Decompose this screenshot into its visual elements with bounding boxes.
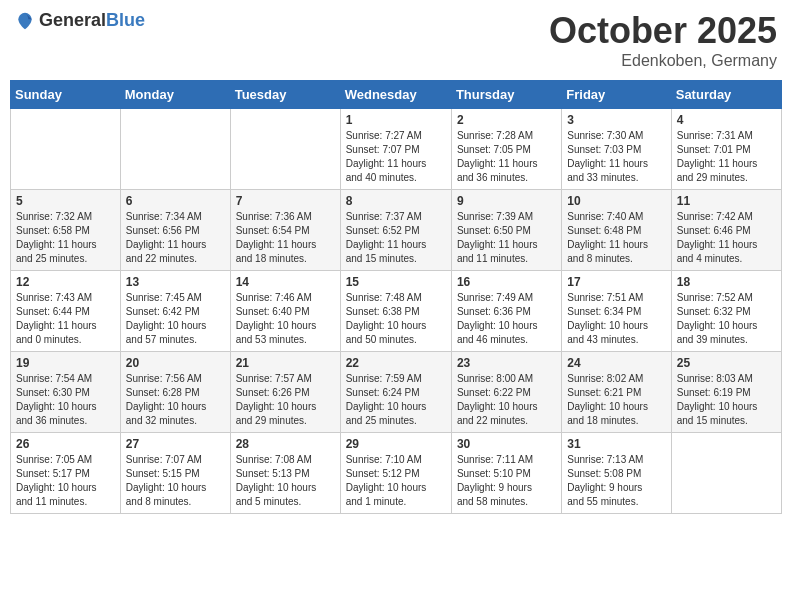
day-number: 11 (677, 194, 776, 208)
calendar-cell: 17Sunrise: 7:51 AM Sunset: 6:34 PM Dayli… (562, 271, 671, 352)
calendar-cell: 29Sunrise: 7:10 AM Sunset: 5:12 PM Dayli… (340, 433, 451, 514)
calendar-cell: 31Sunrise: 7:13 AM Sunset: 5:08 PM Dayli… (562, 433, 671, 514)
calendar-cell: 18Sunrise: 7:52 AM Sunset: 6:32 PM Dayli… (671, 271, 781, 352)
calendar-cell: 2Sunrise: 7:28 AM Sunset: 7:05 PM Daylig… (451, 109, 561, 190)
calendar-cell: 30Sunrise: 7:11 AM Sunset: 5:10 PM Dayli… (451, 433, 561, 514)
logo-blue: Blue (106, 10, 145, 30)
calendar-cell: 27Sunrise: 7:07 AM Sunset: 5:15 PM Dayli… (120, 433, 230, 514)
day-number: 10 (567, 194, 665, 208)
month-title: October 2025 (549, 10, 777, 52)
calendar-row: 12Sunrise: 7:43 AM Sunset: 6:44 PM Dayli… (11, 271, 782, 352)
day-info: Sunrise: 7:31 AM Sunset: 7:01 PM Dayligh… (677, 129, 776, 185)
day-info: Sunrise: 7:45 AM Sunset: 6:42 PM Dayligh… (126, 291, 225, 347)
day-number: 23 (457, 356, 556, 370)
day-number: 2 (457, 113, 556, 127)
calendar-cell: 12Sunrise: 7:43 AM Sunset: 6:44 PM Dayli… (11, 271, 121, 352)
weekday-header-row: SundayMondayTuesdayWednesdayThursdayFrid… (11, 81, 782, 109)
day-number: 5 (16, 194, 115, 208)
calendar-cell: 24Sunrise: 8:02 AM Sunset: 6:21 PM Dayli… (562, 352, 671, 433)
day-number: 8 (346, 194, 446, 208)
day-info: Sunrise: 7:13 AM Sunset: 5:08 PM Dayligh… (567, 453, 665, 509)
day-number: 18 (677, 275, 776, 289)
logo-text: GeneralBlue (39, 10, 145, 31)
calendar-row: 19Sunrise: 7:54 AM Sunset: 6:30 PM Dayli… (11, 352, 782, 433)
day-info: Sunrise: 7:36 AM Sunset: 6:54 PM Dayligh… (236, 210, 335, 266)
calendar-cell: 21Sunrise: 7:57 AM Sunset: 6:26 PM Dayli… (230, 352, 340, 433)
calendar-row: 26Sunrise: 7:05 AM Sunset: 5:17 PM Dayli… (11, 433, 782, 514)
weekday-header: Wednesday (340, 81, 451, 109)
calendar-table: SundayMondayTuesdayWednesdayThursdayFrid… (10, 80, 782, 514)
day-number: 26 (16, 437, 115, 451)
day-info: Sunrise: 7:54 AM Sunset: 6:30 PM Dayligh… (16, 372, 115, 428)
calendar-cell: 20Sunrise: 7:56 AM Sunset: 6:28 PM Dayli… (120, 352, 230, 433)
day-number: 4 (677, 113, 776, 127)
calendar-row: 1Sunrise: 7:27 AM Sunset: 7:07 PM Daylig… (11, 109, 782, 190)
day-number: 20 (126, 356, 225, 370)
calendar-cell: 6Sunrise: 7:34 AM Sunset: 6:56 PM Daylig… (120, 190, 230, 271)
day-info: Sunrise: 7:07 AM Sunset: 5:15 PM Dayligh… (126, 453, 225, 509)
weekday-header: Thursday (451, 81, 561, 109)
day-number: 1 (346, 113, 446, 127)
day-number: 13 (126, 275, 225, 289)
day-number: 29 (346, 437, 446, 451)
day-number: 16 (457, 275, 556, 289)
calendar-cell: 23Sunrise: 8:00 AM Sunset: 6:22 PM Dayli… (451, 352, 561, 433)
calendar-cell (11, 109, 121, 190)
day-info: Sunrise: 7:32 AM Sunset: 6:58 PM Dayligh… (16, 210, 115, 266)
calendar-cell: 11Sunrise: 7:42 AM Sunset: 6:46 PM Dayli… (671, 190, 781, 271)
title-block: October 2025 Edenkoben, Germany (549, 10, 777, 70)
weekday-header: Friday (562, 81, 671, 109)
weekday-header: Monday (120, 81, 230, 109)
day-number: 12 (16, 275, 115, 289)
calendar-cell: 9Sunrise: 7:39 AM Sunset: 6:50 PM Daylig… (451, 190, 561, 271)
calendar-cell: 14Sunrise: 7:46 AM Sunset: 6:40 PM Dayli… (230, 271, 340, 352)
calendar-cell: 1Sunrise: 7:27 AM Sunset: 7:07 PM Daylig… (340, 109, 451, 190)
day-number: 31 (567, 437, 665, 451)
weekday-header: Tuesday (230, 81, 340, 109)
calendar-cell: 7Sunrise: 7:36 AM Sunset: 6:54 PM Daylig… (230, 190, 340, 271)
day-number: 6 (126, 194, 225, 208)
calendar-cell: 28Sunrise: 7:08 AM Sunset: 5:13 PM Dayli… (230, 433, 340, 514)
calendar-cell (120, 109, 230, 190)
calendar-cell: 16Sunrise: 7:49 AM Sunset: 6:36 PM Dayli… (451, 271, 561, 352)
day-number: 9 (457, 194, 556, 208)
day-info: Sunrise: 7:11 AM Sunset: 5:10 PM Dayligh… (457, 453, 556, 509)
day-info: Sunrise: 7:56 AM Sunset: 6:28 PM Dayligh… (126, 372, 225, 428)
day-number: 15 (346, 275, 446, 289)
day-number: 28 (236, 437, 335, 451)
day-info: Sunrise: 7:51 AM Sunset: 6:34 PM Dayligh… (567, 291, 665, 347)
day-info: Sunrise: 7:46 AM Sunset: 6:40 PM Dayligh… (236, 291, 335, 347)
day-info: Sunrise: 7:30 AM Sunset: 7:03 PM Dayligh… (567, 129, 665, 185)
day-info: Sunrise: 7:42 AM Sunset: 6:46 PM Dayligh… (677, 210, 776, 266)
location-title: Edenkoben, Germany (549, 52, 777, 70)
day-number: 30 (457, 437, 556, 451)
day-info: Sunrise: 7:08 AM Sunset: 5:13 PM Dayligh… (236, 453, 335, 509)
day-number: 19 (16, 356, 115, 370)
day-info: Sunrise: 7:28 AM Sunset: 7:05 PM Dayligh… (457, 129, 556, 185)
calendar-cell: 22Sunrise: 7:59 AM Sunset: 6:24 PM Dayli… (340, 352, 451, 433)
calendar-cell: 15Sunrise: 7:48 AM Sunset: 6:38 PM Dayli… (340, 271, 451, 352)
day-info: Sunrise: 8:03 AM Sunset: 6:19 PM Dayligh… (677, 372, 776, 428)
day-number: 22 (346, 356, 446, 370)
day-info: Sunrise: 7:39 AM Sunset: 6:50 PM Dayligh… (457, 210, 556, 266)
day-number: 7 (236, 194, 335, 208)
day-number: 25 (677, 356, 776, 370)
calendar-cell: 4Sunrise: 7:31 AM Sunset: 7:01 PM Daylig… (671, 109, 781, 190)
day-info: Sunrise: 7:40 AM Sunset: 6:48 PM Dayligh… (567, 210, 665, 266)
day-info: Sunrise: 7:43 AM Sunset: 6:44 PM Dayligh… (16, 291, 115, 347)
day-number: 14 (236, 275, 335, 289)
page-header: GeneralBlue October 2025 Edenkoben, Germ… (10, 10, 782, 70)
day-info: Sunrise: 7:49 AM Sunset: 6:36 PM Dayligh… (457, 291, 556, 347)
day-info: Sunrise: 7:27 AM Sunset: 7:07 PM Dayligh… (346, 129, 446, 185)
day-info: Sunrise: 7:59 AM Sunset: 6:24 PM Dayligh… (346, 372, 446, 428)
calendar-cell (230, 109, 340, 190)
calendar-cell: 13Sunrise: 7:45 AM Sunset: 6:42 PM Dayli… (120, 271, 230, 352)
day-number: 17 (567, 275, 665, 289)
calendar-cell: 19Sunrise: 7:54 AM Sunset: 6:30 PM Dayli… (11, 352, 121, 433)
day-info: Sunrise: 7:37 AM Sunset: 6:52 PM Dayligh… (346, 210, 446, 266)
day-info: Sunrise: 8:02 AM Sunset: 6:21 PM Dayligh… (567, 372, 665, 428)
day-info: Sunrise: 7:57 AM Sunset: 6:26 PM Dayligh… (236, 372, 335, 428)
calendar-cell: 10Sunrise: 7:40 AM Sunset: 6:48 PM Dayli… (562, 190, 671, 271)
calendar-row: 5Sunrise: 7:32 AM Sunset: 6:58 PM Daylig… (11, 190, 782, 271)
calendar-cell: 26Sunrise: 7:05 AM Sunset: 5:17 PM Dayli… (11, 433, 121, 514)
